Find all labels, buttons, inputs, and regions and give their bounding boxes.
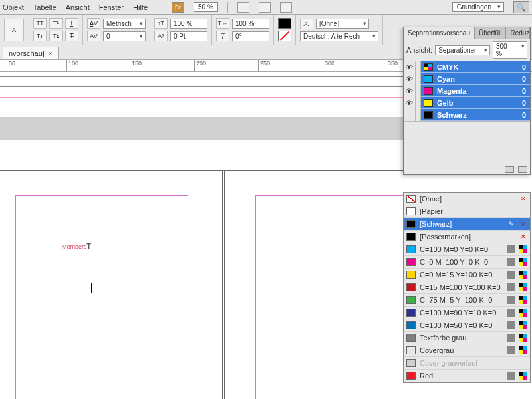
swatch-name: [Ohne] <box>420 195 515 203</box>
kerning-icon: A̲V <box>87 18 100 29</box>
ink-swatch-icon <box>424 111 433 119</box>
no-delete-icon: ✕ <box>519 220 527 228</box>
swatch-row[interactable]: C=100 M=50 Y=0 K=0 <box>404 319 530 332</box>
swatch-row[interactable]: C=0 M=100 Y=0 K=0 <box>404 256 530 269</box>
swatch-name: C=15 M=100 Y=100 K=0 <box>420 283 503 291</box>
visibility-icon[interactable]: 👁 <box>404 97 416 109</box>
swatch-row[interactable]: C=100 M=90 Y=10 K=0 <box>404 307 530 319</box>
allcaps-button[interactable]: TT <box>33 18 47 29</box>
vscale-input[interactable]: 100 % <box>170 19 207 29</box>
menu-objekt[interactable]: Objekt <box>3 3 24 11</box>
swatch-row[interactable]: C=75 M=5 Y=100 K=0 <box>404 294 530 307</box>
swatch-row[interactable]: C=100 M=0 Y=0 K=0 <box>404 243 530 256</box>
visibility-icon[interactable]: 👁 <box>404 85 416 97</box>
sep-zoom-dropdown[interactable]: 300 % <box>493 41 527 59</box>
no-delete-icon: ✕ <box>519 233 527 241</box>
swatch-row[interactable]: Covergrau <box>404 344 530 357</box>
ruler-tick: 100 <box>66 60 78 72</box>
swatch-row[interactable]: [Schwarz]✎✕ <box>404 218 530 231</box>
char-panel-icon[interactable]: A <box>4 19 24 41</box>
text-members[interactable]: Members <box>62 243 87 250</box>
panel-footer-icon[interactable] <box>518 166 527 173</box>
stroke-color-icon[interactable] <box>278 31 291 41</box>
menu-ansicht[interactable]: Ansicht <box>66 3 90 11</box>
separation-row[interactable]: 👁CMYK0 <box>404 61 530 73</box>
ink-value: 0 <box>518 63 530 71</box>
subscript-button[interactable]: T₁ <box>49 31 63 41</box>
superscript-button[interactable]: T¹ <box>49 18 63 29</box>
panel-footer-icon[interactable] <box>505 166 514 173</box>
view-label: Ansicht: <box>406 46 432 54</box>
document-canvas[interactable]: Members Ꮖ <box>0 72 403 399</box>
menu-bar: Objekt Tabelle Ansicht Fenster Hilfe Br … <box>0 0 532 15</box>
close-icon[interactable]: × <box>49 50 53 57</box>
baseline-input[interactable]: 0 Pt <box>170 31 207 41</box>
panel-tabs: Separationsvorschau Überfüll Reduzie <box>404 27 530 39</box>
arrange-icon[interactable] <box>280 2 292 13</box>
bridge-icon[interactable]: Br <box>172 2 184 13</box>
smallcaps-button[interactable]: Tᴛ <box>33 31 47 41</box>
process-icon <box>507 283 515 291</box>
swatch-row[interactable]: Textfarbe grau <box>404 332 530 344</box>
menu-fenster[interactable]: Fenster <box>99 3 124 11</box>
view-mode-icon[interactable] <box>237 2 249 13</box>
swatches-panel[interactable]: [Ohne]✕[Papier][Schwarz]✎✕[Passermarken]… <box>403 192 531 383</box>
ink-value: 0 <box>518 99 530 107</box>
screen-mode-icon[interactable] <box>259 2 271 13</box>
edit-icon: ✎ <box>507 220 515 228</box>
fill-color-icon[interactable] <box>278 18 291 29</box>
ink-name: Magenta <box>436 87 518 95</box>
zoom-level[interactable]: 50 % <box>194 2 218 12</box>
view-dropdown[interactable]: Separationen <box>435 45 490 55</box>
swatch-row[interactable]: C=0 M=15 Y=100 K=0 <box>404 269 530 281</box>
visibility-icon[interactable]: 👁 <box>404 73 416 85</box>
swatch-name: C=0 M=100 Y=0 K=0 <box>420 258 503 266</box>
pasteboard-band <box>0 117 403 140</box>
swatch-name: C=75 M=5 Y=100 K=0 <box>420 296 503 304</box>
search-icon[interactable]: 🔍 <box>513 1 529 13</box>
tab-trap[interactable]: Überfüll <box>475 27 506 39</box>
document-tab[interactable]: nvorschau] × <box>3 47 59 59</box>
swatch-icon <box>406 258 416 266</box>
swatch-row[interactable]: [Papier] <box>404 205 530 218</box>
separation-row[interactable]: 👁Gelb0 <box>404 97 530 109</box>
ink-value: 0 <box>518 87 530 95</box>
swatch-icon <box>406 220 416 228</box>
underline-button[interactable]: T̲ <box>65 18 78 29</box>
separation-row[interactable]: 👁Magenta0 <box>404 85 530 97</box>
swatch-row[interactable]: Red <box>404 370 530 382</box>
skew-input[interactable]: 0° <box>232 31 269 41</box>
charstyle-dropdown[interactable]: [Ohne] <box>316 19 369 29</box>
tracking-icon: AV <box>87 31 100 41</box>
language-dropdown[interactable]: Deutsch: Alte Rech <box>300 31 378 41</box>
ink-name: Gelb <box>436 99 518 107</box>
cmyk-icon <box>519 321 527 329</box>
guide-line <box>0 76 403 77</box>
bleed-line <box>0 97 403 98</box>
separation-row[interactable]: 👁Cyan0 <box>404 73 530 85</box>
swatch-name: C=100 M=50 Y=0 K=0 <box>420 321 503 329</box>
swatch-name: Cover grauverlauf <box>420 359 527 367</box>
tab-flatten[interactable]: Reduzie <box>506 27 530 39</box>
swatch-row[interactable]: [Ohne]✕ <box>404 193 530 205</box>
menu-hilfe[interactable]: Hilfe <box>133 3 148 11</box>
ink-name: Schwarz <box>436 111 518 119</box>
tracking-dropdown[interactable]: 0 <box>103 31 146 41</box>
kerning-dropdown[interactable]: Metrisch <box>103 19 146 29</box>
swatch-icon <box>406 309 416 317</box>
separations-panel[interactable]: Separationsvorschau Überfüll Reduzie Ans… <box>403 27 531 175</box>
workspace-dropdown[interactable]: Grundlagen <box>452 2 504 12</box>
hscale-input[interactable]: 100 % <box>232 19 269 29</box>
menu-tabelle[interactable]: Tabelle <box>33 3 57 11</box>
separation-row[interactable]: Schwarz0 <box>404 109 530 121</box>
tab-separations[interactable]: Separationsvorschau <box>404 27 475 39</box>
swatch-name: C=0 M=15 Y=100 K=0 <box>420 271 503 279</box>
visibility-icon[interactable] <box>404 109 416 121</box>
visibility-icon[interactable]: 👁 <box>404 61 416 73</box>
tab-label: nvorschau] <box>9 49 45 57</box>
swatch-row[interactable]: [Passermarken]✕ <box>404 231 530 243</box>
swatch-row[interactable]: C=15 M=100 Y=100 K=0 <box>404 281 530 294</box>
strike-button[interactable]: T̶ <box>65 31 78 41</box>
ink-name: CMYK <box>436 63 518 71</box>
swatch-icon <box>406 346 416 354</box>
